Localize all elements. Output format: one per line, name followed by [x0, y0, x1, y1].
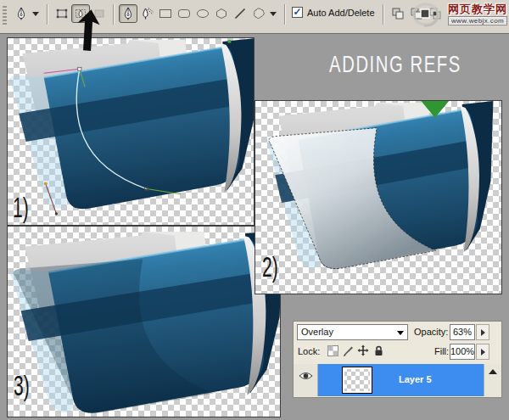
layer-row: Layer 5 — [294, 364, 501, 396]
move-icon — [357, 344, 369, 356]
watermark-site-url: www.webjx.com — [448, 16, 507, 25]
layer-visibility-toggle[interactable] — [294, 364, 318, 396]
tool-rounded-rectangle-button[interactable] — [175, 4, 193, 23]
step1-label: 1) — [13, 193, 29, 221]
lock-buttons — [327, 344, 384, 356]
screenshot-root: Auto Add/Delete — [0, 0, 509, 420]
layers-panel: Overlay Opacity: 63% Lock: — [293, 321, 502, 398]
tool-custom-shape-button[interactable] — [249, 4, 268, 23]
shape-options-dropdown-arrow[interactable] — [270, 12, 277, 16]
blend-mode-value: Overlay — [301, 327, 333, 337]
separator — [47, 4, 48, 25]
lock-all-button[interactable] — [372, 344, 384, 356]
add-to-shape-area-button[interactable] — [389, 4, 407, 23]
page-title: ADDING REFS — [320, 51, 471, 79]
fill-slider-button[interactable] — [476, 344, 489, 360]
polygon-icon — [215, 7, 228, 20]
folder-artwork-step1 — [7, 38, 255, 226]
tool-freeform-pen-button[interactable] — [137, 4, 156, 23]
lock-icon — [373, 345, 384, 356]
tool-ellipse-button[interactable] — [193, 4, 212, 23]
line-icon — [233, 7, 247, 20]
tool-rectangle-button[interactable] — [156, 4, 175, 23]
chevron-down-icon — [397, 331, 404, 335]
rectangle-icon — [159, 7, 172, 20]
blend-mode-select[interactable]: Overlay — [297, 324, 408, 340]
separator — [284, 4, 286, 25]
auto-add-delete-option: Auto Add/Delete — [292, 7, 375, 18]
opacity-input[interactable]: 63% — [450, 324, 475, 340]
fill-label: Fill: — [434, 346, 449, 356]
blend-opacity-row: Overlay Opacity: 63% — [294, 322, 501, 342]
rounded-rectangle-icon — [177, 7, 191, 20]
step3-canvas: 3) — [7, 226, 281, 417]
step2-label: 2) — [262, 252, 278, 281]
layer-item-selected[interactable]: Layer 5 — [318, 364, 484, 396]
add-shape-icon — [391, 7, 405, 20]
watermark: 网页教学网 www.webjx.com — [409, 0, 509, 29]
separator — [383, 4, 384, 25]
folder-artwork-step2 — [257, 101, 502, 286]
freeform-pen-icon — [140, 7, 154, 20]
step1-canvas: 1) — [7, 37, 255, 226]
auto-add-delete-checkbox[interactable] — [292, 7, 303, 18]
mode-shape-layers-button[interactable] — [53, 4, 71, 23]
layers-scrollbar[interactable] — [484, 364, 501, 396]
opacity-label: Opacity: — [414, 327, 448, 337]
separator — [113, 4, 115, 25]
opacity-slider-button[interactable] — [476, 324, 489, 340]
watermark-site-name: 网页教学网 — [448, 2, 507, 17]
watermark-logo-icon — [409, 0, 446, 29]
tool-line-button[interactable] — [231, 4, 249, 23]
custom-shape-icon — [252, 7, 266, 20]
tool-pen-button[interactable] — [119, 4, 137, 23]
folder-artwork-step3 — [7, 230, 281, 417]
lock-position-button[interactable] — [357, 344, 369, 356]
current-tool-pen-icon[interactable] — [12, 4, 31, 23]
lock-label: Lock: — [298, 346, 320, 356]
brush-icon — [343, 345, 354, 356]
tool-preset-dropdown-arrow[interactable] — [32, 12, 39, 16]
fill-input[interactable]: 100% — [450, 344, 475, 360]
step2-canvas: 2) — [255, 100, 502, 294]
eye-icon — [299, 371, 313, 381]
tool-polygon-button[interactable] — [212, 4, 231, 23]
toolbar-grip[interactable] — [3, 4, 7, 25]
step3-label: 3) — [14, 371, 30, 400]
lock-transparency-icon — [327, 345, 338, 356]
ellipse-icon — [196, 7, 210, 20]
auto-add-delete-label: Auto Add/Delete — [307, 8, 375, 18]
lock-transparency-button[interactable] — [327, 344, 338, 356]
shape-layers-icon — [55, 7, 69, 20]
layer-name: Layer 5 — [399, 374, 432, 384]
lock-paint-button[interactable] — [342, 344, 354, 356]
layer-thumbnail[interactable] — [342, 367, 372, 394]
pen-icon — [14, 7, 28, 20]
pen-tool-icon — [121, 7, 135, 20]
